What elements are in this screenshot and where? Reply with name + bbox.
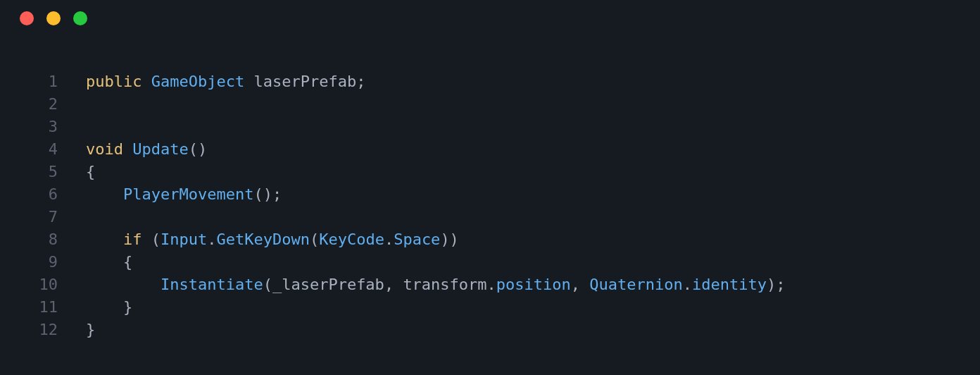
- code-token: .: [487, 276, 496, 293]
- code-token: [142, 230, 151, 248]
- line-number: 10: [0, 273, 58, 296]
- code-token: Quaternion: [589, 276, 682, 293]
- code-token: KeyCode: [319, 230, 384, 248]
- line-number-gutter: 123456789101112: [0, 70, 58, 341]
- code-token: Update: [132, 140, 188, 158]
- code-token: }: [123, 298, 132, 316]
- line-number: 7: [0, 206, 58, 228]
- code-line[interactable]: Instantiate(_laserPrefab, transform.posi…: [86, 273, 785, 296]
- line-number: 3: [0, 116, 58, 138]
- code-content[interactable]: public GameObject laserPrefab; void Upda…: [58, 70, 785, 341]
- code-token: .: [207, 230, 216, 248]
- code-token: identity: [692, 276, 767, 293]
- code-token: ();: [253, 185, 282, 203]
- code-token: [86, 185, 123, 203]
- line-number: 5: [0, 161, 58, 183]
- code-editor[interactable]: 123456789101112 public GameObject laserP…: [0, 37, 980, 341]
- code-token: {: [123, 253, 132, 271]
- code-line[interactable]: PlayerMovement();: [86, 183, 785, 206]
- code-token: ,: [571, 276, 590, 293]
- maximize-icon[interactable]: [73, 11, 87, 25]
- line-number: 9: [0, 251, 58, 273]
- code-token: Input: [161, 230, 207, 248]
- code-token: (): [189, 140, 208, 158]
- line-number: 6: [0, 183, 58, 206]
- code-line[interactable]: [86, 93, 785, 116]
- code-token: }: [86, 321, 95, 338]
- code-token: laserPrefab: [253, 73, 356, 90]
- code-token: Space: [394, 230, 440, 248]
- close-icon[interactable]: [20, 11, 34, 25]
- line-number: 1: [0, 70, 58, 93]
- window-titlebar: [0, 0, 980, 37]
- code-token: ,: [384, 276, 403, 293]
- code-token: [86, 253, 123, 271]
- code-token: )): [440, 230, 459, 248]
- code-token: if: [123, 230, 142, 248]
- code-token: {: [86, 163, 95, 180]
- code-line[interactable]: {: [86, 251, 785, 273]
- code-token: GetKeyDown: [216, 230, 309, 248]
- code-token: GameObject: [151, 73, 244, 90]
- line-number: 12: [0, 319, 58, 341]
- code-line[interactable]: if (Input.GetKeyDown(KeyCode.Space)): [86, 228, 785, 251]
- code-line[interactable]: }: [86, 319, 785, 341]
- code-line[interactable]: [86, 206, 785, 228]
- code-line[interactable]: void Update(): [86, 138, 785, 161]
- code-token: (: [151, 230, 161, 248]
- code-token: public: [86, 73, 142, 90]
- code-token: Instantiate: [161, 276, 263, 293]
- code-token: _laserPrefab: [272, 276, 384, 293]
- code-token: );: [767, 276, 786, 293]
- code-line[interactable]: public GameObject laserPrefab;: [86, 70, 785, 93]
- code-token: .: [683, 276, 692, 293]
- code-line[interactable]: [86, 116, 785, 138]
- code-token: [86, 298, 123, 316]
- code-line[interactable]: {: [86, 161, 785, 183]
- minimize-icon[interactable]: [46, 11, 61, 25]
- code-token: ;: [356, 73, 365, 90]
- code-token: (: [263, 276, 272, 293]
- code-token: (: [310, 230, 319, 248]
- code-token: void: [86, 140, 123, 158]
- code-token: PlayerMovement: [123, 185, 253, 203]
- line-number: 2: [0, 93, 58, 116]
- code-line[interactable]: }: [86, 296, 785, 319]
- line-number: 11: [0, 296, 58, 319]
- line-number: 4: [0, 138, 58, 161]
- code-token: transform: [403, 276, 486, 293]
- line-number: 8: [0, 228, 58, 251]
- code-token: [86, 230, 123, 248]
- code-token: [142, 73, 151, 90]
- code-token: position: [496, 276, 571, 293]
- code-token: [86, 276, 161, 293]
- code-token: .: [384, 230, 394, 248]
- code-token: [244, 73, 253, 90]
- code-token: [123, 140, 132, 158]
